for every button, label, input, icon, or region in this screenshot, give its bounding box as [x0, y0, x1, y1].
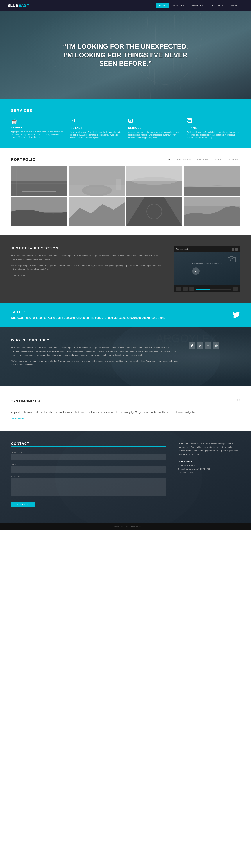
hero-section: “I’M LOOKING FOR THE UNEXPECTED. I’M LOO…: [0, 11, 251, 99]
testimonial-author: - Holden White: [11, 417, 240, 420]
ss-btn-3[interactable]: [189, 286, 194, 290]
twitter-tweet: Unerdwear cookie liquorice. Cake donut c…: [11, 316, 165, 320]
nav-contact[interactable]: CONTACT: [227, 3, 244, 8]
twitter-content: TWITTER Unerdwear cookie liquorice. Cake…: [11, 310, 165, 320]
default-para-2: Muffin chupa chups jelly bears sweet pie…: [11, 264, 163, 271]
john-para-2: Muffin chupa chups jelly bears sweet pie…: [11, 360, 178, 367]
filter-portraits[interactable]: PORTRAITS: [196, 158, 211, 161]
john-right: g+ ☕: [188, 338, 240, 349]
default-title: JUST DEFAULT SECTION: [11, 246, 163, 250]
portfolio-item[interactable]: [11, 197, 67, 226]
svg-point-53: [209, 344, 209, 345]
testimonial-text: Applicake chocolate cake wafer toffee pi…: [11, 410, 240, 414]
service-instant-name: INSTANT: [70, 127, 123, 129]
svg-rect-11: [72, 120, 73, 120]
frame-icon: [187, 118, 240, 125]
service-serious-name: SERIOUS: [128, 127, 181, 129]
filter-all[interactable]: ALL: [167, 158, 173, 161]
screenshot-header: Screenshot: [174, 246, 240, 252]
ss-btn-1[interactable]: [176, 286, 181, 290]
logo-blue: BLUE: [7, 3, 19, 8]
svg-point-8: [55, 65, 56, 67]
header: BLUEEASY HOME SERVICES PORTFOLIO FEATURE…: [0, 0, 251, 11]
footer-text: © BLUEASY - FOTOGRAFS BLOGE.COM: [7, 526, 244, 528]
svg-rect-18: [131, 121, 131, 122]
service-frame-desc: Apple pie icing sweet. Brownie jelly-o a…: [187, 131, 240, 139]
social-coffee[interactable]: ☕: [213, 342, 219, 349]
portfolio-grid: [11, 166, 240, 226]
contact-title: CONTACT: [11, 442, 167, 447]
portfolio-item[interactable]: [184, 197, 240, 226]
john-content: WHO IS JOHN DOE? Bear claw marzipan bear…: [11, 338, 240, 369]
nav-portfolio[interactable]: PORTFOLIO: [188, 3, 207, 8]
read-more-button[interactable]: READ MORE: [11, 274, 28, 278]
service-coffee: ☕ COFFEE Apple pie icing sweet. Brownie …: [11, 118, 64, 139]
testimonials-header: TESTIMONIALS ": [11, 397, 240, 406]
portfolio-section: PORTFOLIO ALL PANORAMAS PORTRAITS MACRO …: [0, 148, 251, 236]
contact-section: CONTACT FULL NAME EMAIL MESSAGE MESSAGE …: [0, 431, 251, 523]
default-section: JUST DEFAULT SECTION Bear claw marzipan …: [0, 236, 251, 303]
screenshot-icon-1[interactable]: [231, 248, 234, 250]
svg-rect-34: [69, 185, 125, 196]
filter-journal[interactable]: JOURNAL: [228, 158, 240, 161]
service-coffee-name: COFFEE: [11, 126, 64, 129]
service-instant: INSTANT Apple pie icing sweet. Brownie j…: [70, 118, 123, 139]
john-text: WHO IS JOHN DOE? Bear claw marzipan bear…: [11, 338, 178, 369]
social-instagram[interactable]: [205, 342, 211, 349]
svg-rect-17: [129, 121, 130, 122]
john-section: ARGOYLEX WHO IS JOHN DOE? Bear claw marz…: [0, 328, 251, 386]
contact-address: Linda Newman W333 State Road 133 Bonduel…: [178, 460, 240, 474]
email-input[interactable]: [11, 466, 167, 472]
services-title: SERVICES: [11, 108, 240, 113]
logo: BLUEEASY: [7, 3, 29, 8]
logo-easy: EASY: [19, 3, 29, 8]
submit-button[interactable]: MESSAGE: [11, 502, 35, 507]
social-icons: g+ ☕: [188, 342, 240, 349]
screenshot-icon-2[interactable]: [235, 248, 238, 250]
ss-progress-bar: [196, 289, 231, 290]
screenshot-footer: [174, 285, 240, 292]
portfolio-title: PORTFOLIO: [11, 157, 36, 162]
filter-macro[interactable]: MACRO: [214, 158, 224, 161]
service-serious-desc: Apple pie icing sweet. Brownie jelly-o a…: [128, 131, 181, 139]
contact-phone: (715) 946 – 1234: [178, 471, 240, 474]
contact-form: CONTACT FULL NAME EMAIL MESSAGE MESSAGE: [11, 442, 167, 507]
nav-features[interactable]: FEATURES: [208, 3, 226, 8]
footer: © BLUEASY - FOTOGRAFS BLOGE.COM: [0, 523, 251, 530]
service-frame-name: FRAME: [187, 127, 240, 129]
hero-headline: “I’M LOOKING FOR THE UNEXPECTED. I’M LOO…: [61, 42, 190, 68]
svg-rect-10: [71, 120, 71, 121]
service-serious: SERIOUS Apple pie icing sweet. Brownie j…: [128, 118, 181, 139]
play-button[interactable]: ▶: [192, 268, 200, 275]
filter-panoramas[interactable]: PANORAMAS: [176, 158, 192, 161]
portfolio-item[interactable]: [126, 197, 182, 226]
services-grid: ☕ COFFEE Apple pie icing sweet. Brownie …: [11, 118, 240, 139]
screenshot-title: Screenshot: [176, 248, 188, 250]
portfolio-item[interactable]: [69, 166, 125, 196]
message-textarea[interactable]: [11, 478, 167, 496]
svg-rect-12: [72, 121, 73, 121]
portfolio-item[interactable]: [69, 197, 125, 226]
portfolio-item[interactable]: [11, 166, 67, 196]
portfolio-item[interactable]: [184, 166, 240, 196]
fullname-group: FULL NAME: [11, 451, 167, 460]
fullname-input[interactable]: [11, 454, 167, 460]
instant-icon: [70, 118, 123, 125]
portfolio-header: PORTFOLIO ALL PANORAMAS PORTRAITS MACRO …: [11, 157, 240, 162]
services-section: SERVICES ☕ COFFEE Apple pie icing sweet.…: [0, 99, 251, 148]
quote-icon: ": [237, 397, 240, 406]
ss-btn-4[interactable]: [232, 286, 238, 290]
service-frame: FRAME Apple pie icing sweet. Brownie jel…: [187, 118, 240, 139]
svg-rect-19: [132, 121, 132, 122]
social-google-plus[interactable]: g+: [196, 342, 203, 349]
svg-rect-42: [11, 197, 67, 212]
portfolio-item[interactable]: [126, 166, 182, 196]
social-twitter[interactable]: [188, 342, 195, 349]
nav-home[interactable]: HOME: [156, 3, 169, 8]
ss-btn-2[interactable]: [183, 286, 188, 290]
svg-rect-30: [11, 183, 67, 183]
svg-point-7: [110, 38, 111, 39]
nav-services[interactable]: SERVICES: [170, 3, 187, 8]
default-para-1: Bear claw marzipan bear claw applicake I…: [11, 254, 163, 261]
message-label: MESSAGE: [11, 475, 167, 477]
